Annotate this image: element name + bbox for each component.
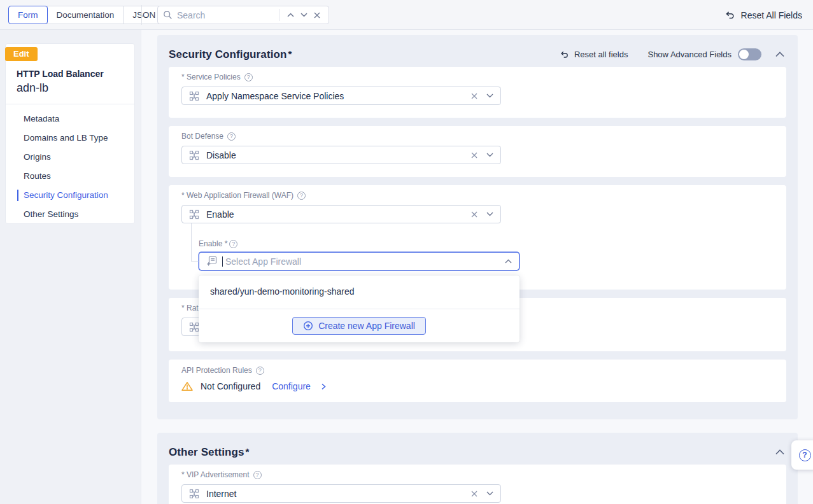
app-firewall-combobox[interactable]: Select App Firewall: [199, 252, 520, 270]
app-firewall-placeholder: Select App Firewall: [225, 256, 496, 267]
show-advanced-fields-label: Show Advanced Fields: [647, 50, 732, 59]
question-circle-icon: [799, 449, 811, 461]
text-caret: [222, 256, 223, 267]
waf-select[interactable]: Enable: [181, 205, 501, 223]
clear-icon[interactable]: [471, 152, 477, 158]
question-circle-icon[interactable]: [229, 240, 237, 248]
api-protection-status: Not Configured: [201, 381, 260, 391]
vip-advertisement-select[interactable]: Internet: [181, 484, 501, 503]
chevron-down-icon[interactable]: [486, 212, 493, 216]
nav-item-domains-lb-type[interactable]: Domains and LB Type: [6, 129, 134, 148]
search-prev-button[interactable]: [284, 10, 297, 20]
clear-icon[interactable]: [471, 491, 477, 497]
service-policies-value: Apply Namespace Service Policies: [206, 91, 462, 101]
undo-icon: [725, 10, 735, 20]
chevron-right-icon: [322, 383, 326, 390]
clear-icon[interactable]: [471, 93, 477, 99]
section-reset-fields-button[interactable]: Reset all fields: [560, 50, 628, 59]
waf-card: * Web Application Firewall (WAF) Enable: [169, 185, 786, 290]
clear-icon[interactable]: [471, 211, 477, 218]
search-close-button[interactable]: [311, 10, 323, 21]
other-settings-section: Other Settings* * VIP Advertisement: [157, 433, 798, 504]
question-circle-icon[interactable]: [297, 192, 306, 200]
nesting-connector: [191, 223, 192, 262]
question-circle-icon[interactable]: [256, 367, 264, 375]
security-section-title: Security Configuration*: [169, 48, 292, 61]
node-graph-icon: [189, 489, 199, 499]
tab-documentation[interactable]: Documentation: [47, 6, 124, 24]
edit-badge: Edit: [5, 47, 38, 61]
security-section-header: Security Configuration* Reset all fields…: [157, 35, 798, 67]
plus-circle-icon: [303, 321, 313, 331]
section-nav: Metadata Domains and LB Type Origins Rou…: [6, 104, 134, 228]
undo-icon: [560, 50, 569, 59]
vip-advertisement-card: * VIP Advertisement Internet: [169, 465, 786, 504]
search-next-button[interactable]: [297, 10, 311, 20]
waf-value: Enable: [206, 209, 462, 220]
search-divider: [279, 9, 279, 21]
bot-defense-card: Bot Defense Disable: [169, 126, 786, 177]
dropdown-option[interactable]: shared/yun-demo-monitoring-shared: [199, 276, 520, 309]
topbar-divider: [141, 5, 142, 25]
help-button[interactable]: [791, 440, 813, 470]
node-graph-icon: [189, 209, 199, 220]
list-add-icon: [206, 256, 217, 267]
api-protection-card: API Protection Rules Not Configured Conf…: [169, 360, 786, 402]
object-type-label: HTTP Load Balancer: [17, 69, 124, 79]
search-input[interactable]: [177, 10, 274, 20]
main-content: Security Configuration* Reset all fields…: [142, 30, 813, 504]
nav-item-origins[interactable]: Origins: [6, 148, 134, 167]
service-policies-card: * Service Policies Apply Namespace Servi…: [169, 67, 786, 118]
node-graph-icon: [189, 150, 199, 160]
required-star: *: [288, 48, 292, 61]
api-protection-label: API Protection Rules: [181, 366, 774, 375]
create-button-label: Create new App Firewall: [318, 321, 415, 331]
question-circle-icon[interactable]: [227, 132, 236, 141]
app-firewall-dropdown: shared/yun-demo-monitoring-shared Create…: [199, 276, 520, 342]
search-icon: [163, 10, 173, 20]
object-name: adn-lb: [17, 81, 124, 95]
topbar: Form Documentation JSON Reset All Fields: [0, 0, 813, 30]
chevron-down-icon[interactable]: [486, 94, 493, 98]
toggle-knob: [739, 50, 749, 59]
question-circle-icon[interactable]: [244, 73, 253, 81]
nav-item-metadata[interactable]: Metadata: [6, 109, 134, 129]
vip-advertisement-value: Internet: [206, 489, 462, 499]
bot-defense-value: Disable: [206, 150, 462, 160]
sidebar: Edit HTTP Load Balancer adn-lb Metadata …: [0, 30, 141, 504]
nesting-connector: [191, 261, 199, 262]
node-graph-icon: [189, 322, 199, 332]
collapse-section-icon[interactable]: [775, 52, 784, 57]
section-reset-label: Reset all fields: [574, 50, 628, 59]
waf-label: * Web Application Firewall (WAF): [181, 191, 774, 200]
required-star: *: [246, 446, 250, 459]
create-new-app-firewall-button[interactable]: Create new App Firewall: [292, 317, 426, 335]
vip-advertisement-label: * VIP Advertisement: [181, 470, 774, 479]
reset-all-fields-button[interactable]: Reset All Fields: [725, 0, 802, 30]
chevron-down-icon[interactable]: [486, 153, 493, 157]
reset-all-fields-label: Reset All Fields: [741, 10, 802, 20]
service-policies-label: * Service Policies: [181, 73, 774, 81]
warning-icon: [181, 381, 193, 391]
app-firewall-label: Enable *: [199, 239, 774, 248]
security-configuration-section: Security Configuration* Reset all fields…: [157, 35, 798, 419]
bot-defense-label: Bot Defense: [181, 132, 774, 141]
nav-item-security-configuration[interactable]: Security Configuration: [6, 186, 134, 205]
collapse-section-icon[interactable]: [775, 449, 784, 455]
chevron-down-icon[interactable]: [486, 491, 493, 496]
other-settings-header: Other Settings*: [157, 433, 798, 465]
tab-form[interactable]: Form: [8, 6, 48, 24]
configure-link[interactable]: Configure: [272, 381, 311, 391]
question-circle-icon[interactable]: [253, 471, 262, 479]
other-settings-title: Other Settings*: [169, 446, 249, 459]
show-advanced-fields-toggle[interactable]: [738, 48, 761, 60]
service-policies-select[interactable]: Apply Namespace Service Policies: [181, 87, 501, 105]
nav-item-routes[interactable]: Routes: [6, 167, 134, 186]
search-box[interactable]: [157, 6, 329, 24]
nav-item-other-settings[interactable]: Other Settings: [6, 205, 134, 224]
node-graph-icon: [189, 91, 199, 101]
bot-defense-select[interactable]: Disable: [181, 146, 501, 164]
lb-summary-card: Edit HTTP Load Balancer adn-lb Metadata …: [5, 43, 135, 224]
chevron-up-icon[interactable]: [505, 259, 512, 263]
